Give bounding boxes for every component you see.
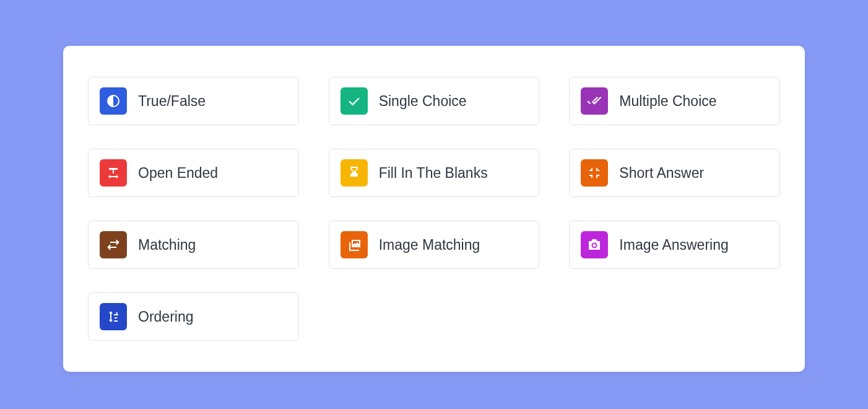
sort-az-icon xyxy=(100,303,127,330)
option-image-answering[interactable]: Image Answering xyxy=(569,221,780,269)
option-label: Multiple Choice xyxy=(619,93,716,110)
camera-icon xyxy=(581,231,608,258)
option-label: Image Answering xyxy=(619,237,728,253)
double-check-icon xyxy=(581,87,608,115)
option-label: Short Answer xyxy=(619,165,704,182)
option-label: Single Choice xyxy=(379,93,467,110)
option-label: Ordering xyxy=(138,309,193,325)
question-type-panel: True/False Single Choice Multiple Choice… xyxy=(63,46,805,372)
option-label: Open Ended xyxy=(138,165,218,182)
option-single-choice[interactable]: Single Choice xyxy=(329,77,540,125)
option-true-false[interactable]: True/False xyxy=(88,77,299,125)
option-multiple-choice[interactable]: Multiple Choice xyxy=(569,77,780,125)
contrast-circle-icon xyxy=(100,87,127,115)
swap-arrows-icon xyxy=(100,231,127,258)
option-short-answer[interactable]: Short Answer xyxy=(569,149,780,197)
question-type-grid: True/False Single Choice Multiple Choice… xyxy=(88,77,780,341)
option-label: Fill In The Blanks xyxy=(379,165,488,182)
option-ordering[interactable]: Ordering xyxy=(88,292,299,341)
option-label: True/False xyxy=(138,93,206,110)
option-fill-in-the-blanks[interactable]: Fill In The Blanks xyxy=(329,149,540,197)
text-width-icon xyxy=(100,159,127,187)
option-label: Matching xyxy=(138,237,196,253)
option-image-matching[interactable]: Image Matching xyxy=(329,221,540,269)
option-open-ended[interactable]: Open Ended xyxy=(88,149,299,197)
hourglass-icon xyxy=(341,159,368,187)
option-matching[interactable]: Matching xyxy=(88,221,299,269)
compress-icon xyxy=(581,159,608,187)
check-icon xyxy=(341,87,368,115)
option-label: Image Matching xyxy=(379,237,480,253)
images-icon xyxy=(341,231,368,258)
